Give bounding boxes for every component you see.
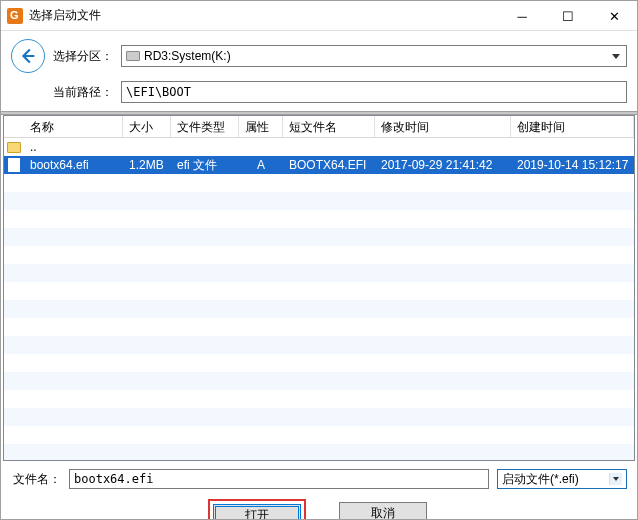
window-title: 选择启动文件 <box>29 7 499 24</box>
back-button[interactable] <box>11 39 45 73</box>
file-row <box>4 318 634 336</box>
path-label: 当前路径： <box>53 84 113 101</box>
file-row <box>4 174 634 192</box>
bottom-panel: 文件名： 启动文件(*.efi) 打开 取消 <box>1 461 637 520</box>
filename-input[interactable] <box>69 469 489 489</box>
file-row <box>4 372 634 390</box>
file-row[interactable]: bootx64.efi1.2MBefi 文件ABOOTX64.EFI2017-0… <box>4 156 634 174</box>
file-row <box>4 300 634 318</box>
drive-icon <box>126 51 140 61</box>
file-row <box>4 390 634 408</box>
file-body[interactable]: ..bootx64.efi1.2MBefi 文件ABOOTX64.EFI2017… <box>4 138 634 461</box>
file-row <box>4 426 634 444</box>
file-row <box>4 408 634 426</box>
titlebar: 选择启动文件 ─ ☐ ✕ <box>1 1 637 31</box>
col-icon[interactable] <box>4 116 24 137</box>
partition-select[interactable]: RD3:System(K:) <box>121 45 627 67</box>
file-row <box>4 228 634 246</box>
col-attr[interactable]: 属性 <box>239 116 283 137</box>
file-row[interactable]: .. <box>4 138 634 156</box>
toolbar: 选择分区： RD3:System(K:) <box>1 31 637 77</box>
cell-mtime: 2017-09-29 21:41:42 <box>375 158 511 172</box>
partition-value: RD3:System(K:) <box>144 49 231 63</box>
minimize-button[interactable]: ─ <box>499 1 545 31</box>
file-row <box>4 264 634 282</box>
col-mtime[interactable]: 修改时间 <box>375 116 511 137</box>
cell-name: bootx64.efi <box>24 158 123 172</box>
path-input[interactable] <box>121 81 627 103</box>
file-list: 名称 大小 文件类型 属性 短文件名 修改时间 创建时间 ..bootx64.e… <box>3 115 635 461</box>
file-row <box>4 210 634 228</box>
col-size[interactable]: 大小 <box>123 116 171 137</box>
maximize-button[interactable]: ☐ <box>545 1 591 31</box>
partition-label: 选择分区： <box>53 48 113 65</box>
file-row <box>4 354 634 372</box>
cell-attr: A <box>239 158 283 172</box>
col-name[interactable]: 名称 <box>24 116 123 137</box>
folder-icon <box>7 142 21 153</box>
close-button[interactable]: ✕ <box>591 1 637 31</box>
open-button[interactable]: 打开 <box>213 504 301 520</box>
file-row <box>4 444 634 461</box>
filter-value: 启动文件(*.efi) <box>502 471 579 488</box>
app-icon <box>7 8 23 24</box>
cell-type: efi 文件 <box>171 157 239 174</box>
cell-short: BOOTX64.EFI <box>283 158 375 172</box>
col-ctime[interactable]: 创建时间 <box>511 116 634 137</box>
file-row <box>4 336 634 354</box>
file-header: 名称 大小 文件类型 属性 短文件名 修改时间 创建时间 <box>4 116 634 138</box>
toolbar-row2: 当前路径： <box>1 77 637 111</box>
col-short[interactable]: 短文件名 <box>283 116 375 137</box>
file-row <box>4 192 634 210</box>
file-row <box>4 246 634 264</box>
cancel-button[interactable]: 取消 <box>339 502 427 520</box>
cell-name: .. <box>24 140 123 154</box>
arrow-left-icon <box>17 45 39 67</box>
col-type[interactable]: 文件类型 <box>171 116 239 137</box>
file-icon <box>8 158 20 172</box>
cell-size: 1.2MB <box>123 158 171 172</box>
filename-label: 文件名： <box>11 471 61 488</box>
filter-select[interactable]: 启动文件(*.efi) <box>497 469 627 489</box>
cell-ctime: 2019-10-14 15:12:17 <box>511 158 634 172</box>
file-row <box>4 282 634 300</box>
